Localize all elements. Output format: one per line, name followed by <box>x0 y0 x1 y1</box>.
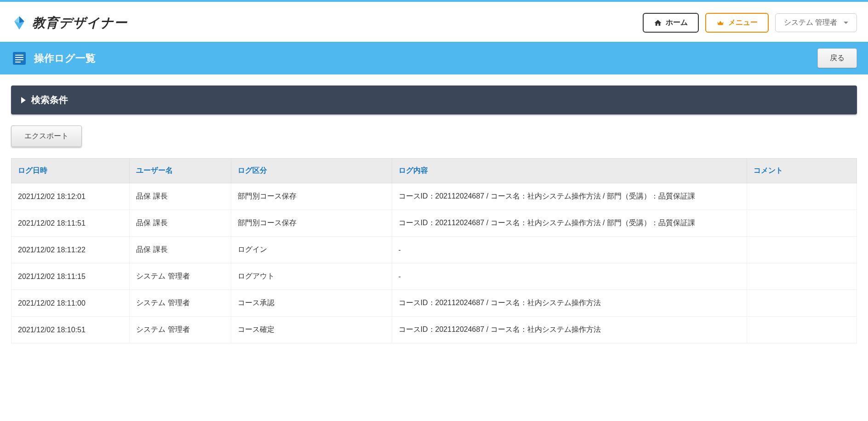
user-dropdown[interactable]: システム 管理者 <box>775 13 857 32</box>
logo-text: 教育デザイナー <box>32 14 127 32</box>
cell-content: コースID：202112024687 / コース名：社内システム操作方法 / 部… <box>392 210 747 237</box>
table-row: 2021/12/02 18:11:22品保 課長ログイン- <box>11 237 857 263</box>
home-button[interactable]: ホーム <box>643 13 699 33</box>
table-row: 2021/12/02 18:12:01品保 課長部門別コース保存コースID：20… <box>11 183 857 210</box>
export-button[interactable]: エクスポート <box>11 125 82 147</box>
title-left: 操作ログ一覧 <box>11 50 96 67</box>
svg-rect-4 <box>15 62 21 63</box>
cell-user: システム 管理者 <box>130 290 231 317</box>
home-icon <box>654 19 662 27</box>
page-title: 操作ログ一覧 <box>34 51 96 65</box>
cell-content: - <box>392 263 747 290</box>
cell-user: システム 管理者 <box>130 317 231 343</box>
header-comment[interactable]: コメント <box>747 159 857 183</box>
table-row: 2021/12/02 18:10:51システム 管理者コース確定コースID：20… <box>11 317 857 343</box>
header-type[interactable]: ログ区分 <box>231 159 392 183</box>
cell-type: コース承認 <box>231 290 392 317</box>
crown-icon <box>716 19 725 27</box>
header-datetime[interactable]: ログ日時 <box>11 159 130 183</box>
menu-button[interactable]: メニュー <box>705 13 769 33</box>
triangle-right-icon <box>21 97 26 103</box>
header-content[interactable]: ログ内容 <box>392 159 747 183</box>
chevron-down-icon <box>844 22 848 24</box>
content-area: 検索条件 エクスポート ログ日時 ユーザー名 ログ区分 ログ内容 コメント 20… <box>0 74 868 354</box>
cell-datetime: 2021/12/02 18:11:15 <box>11 263 130 290</box>
log-table: ログ日時 ユーザー名 ログ区分 ログ内容 コメント 2021/12/02 18:… <box>11 158 857 343</box>
table-row: 2021/12/02 18:11:00システム 管理者コース承認コースID：20… <box>11 290 857 317</box>
cell-type: ログアウト <box>231 263 392 290</box>
cell-content: - <box>392 237 747 263</box>
cell-datetime: 2021/12/02 18:11:00 <box>11 290 130 317</box>
home-button-label: ホーム <box>666 18 688 28</box>
logo-container: 教育デザイナー <box>11 14 127 32</box>
top-header: 教育デザイナー ホーム メニュー システム 管理者 <box>0 0 868 42</box>
svg-rect-3 <box>15 59 23 60</box>
cell-comment <box>747 210 857 237</box>
svg-rect-2 <box>15 57 23 58</box>
cell-content: コースID：202112024687 / コース名：社内システム操作方法 / 部… <box>392 183 747 210</box>
title-bar: 操作ログ一覧 戻る <box>0 42 868 74</box>
logo-icon <box>11 15 28 31</box>
header-buttons: ホーム メニュー システム 管理者 <box>643 13 857 33</box>
search-conditions-label: 検索条件 <box>31 94 68 106</box>
back-button[interactable]: 戻る <box>817 48 857 68</box>
cell-datetime: 2021/12/02 18:12:01 <box>11 183 130 210</box>
search-conditions-toggle[interactable]: 検索条件 <box>11 85 857 114</box>
table-header-row: ログ日時 ユーザー名 ログ区分 ログ内容 コメント <box>11 159 857 183</box>
cell-comment <box>747 263 857 290</box>
cell-comment <box>747 290 857 317</box>
cell-user: 品保 課長 <box>130 210 231 237</box>
cell-comment <box>747 317 857 343</box>
svg-rect-1 <box>15 55 23 56</box>
cell-datetime: 2021/12/02 18:11:51 <box>11 210 130 237</box>
cell-type: ログイン <box>231 237 392 263</box>
list-icon <box>11 50 28 67</box>
cell-content: コースID：202112024687 / コース名：社内システム操作方法 <box>392 317 747 343</box>
cell-user: システム 管理者 <box>130 263 231 290</box>
svg-rect-0 <box>13 52 26 65</box>
cell-datetime: 2021/12/02 18:10:51 <box>11 317 130 343</box>
cell-type: 部門別コース保存 <box>231 210 392 237</box>
menu-button-label: メニュー <box>728 18 758 28</box>
header-user[interactable]: ユーザー名 <box>130 159 231 183</box>
cell-comment <box>747 183 857 210</box>
table-row: 2021/12/02 18:11:15システム 管理者ログアウト- <box>11 263 857 290</box>
cell-datetime: 2021/12/02 18:11:22 <box>11 237 130 263</box>
cell-comment <box>747 237 857 263</box>
cell-user: 品保 課長 <box>130 237 231 263</box>
cell-type: コース確定 <box>231 317 392 343</box>
user-dropdown-label: システム 管理者 <box>784 18 837 28</box>
cell-content: コースID：202112024687 / コース名：社内システム操作方法 <box>392 290 747 317</box>
cell-type: 部門別コース保存 <box>231 183 392 210</box>
table-row: 2021/12/02 18:11:51品保 課長部門別コース保存コースID：20… <box>11 210 857 237</box>
cell-user: 品保 課長 <box>130 183 231 210</box>
